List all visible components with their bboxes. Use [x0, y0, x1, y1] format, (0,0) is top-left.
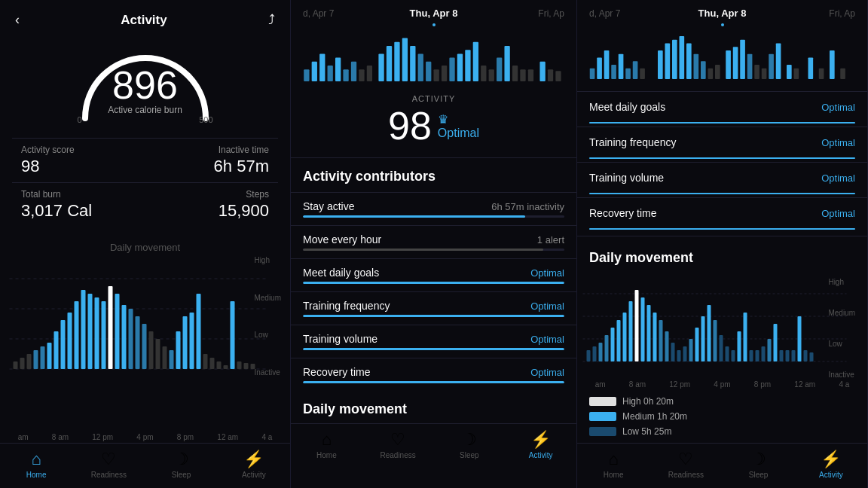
- metric-row-1: Training frequency Optimal: [577, 127, 867, 157]
- svg-rect-80: [658, 50, 663, 79]
- nav-readiness-p3[interactable]: ♡ Readiness: [663, 450, 708, 479]
- svg-rect-111: [611, 328, 615, 361]
- date-nav-p2: d, Apr 7 Thu, Apr 8 Fri, Ap: [291, 0, 576, 23]
- nav-sleep-p2[interactable]: ☽ Sleep: [447, 430, 492, 459]
- svg-rect-48: [367, 66, 372, 81]
- svg-rect-127: [708, 305, 711, 361]
- nav-home-p2[interactable]: ⌂ Home: [304, 430, 349, 459]
- legend-medium: Medium 1h 20m: [589, 411, 855, 422]
- svg-rect-71: [555, 71, 561, 81]
- stat-steps-value: 15,900: [154, 201, 270, 221]
- nav-home-p1[interactable]: ⌂ Home: [14, 450, 59, 479]
- svg-rect-16: [95, 297, 99, 369]
- label-medium: Medium: [254, 294, 281, 302]
- svg-rect-78: [633, 61, 638, 79]
- nav-sleep-p1[interactable]: ☽ Sleep: [159, 450, 204, 479]
- bar-bg-0: [303, 215, 564, 218]
- svg-rect-81: [665, 43, 671, 79]
- svg-rect-70: [548, 69, 553, 81]
- back-button[interactable]: ‹: [12, 9, 23, 31]
- svg-rect-120: [665, 331, 669, 361]
- stat-burn-label: Total burn: [21, 189, 136, 200]
- svg-rect-30: [190, 313, 194, 369]
- movement-bars-svg: [6, 256, 284, 384]
- nav-activity-p3[interactable]: ⚡ Activity: [808, 450, 854, 479]
- calorie-gauge: 896 Active calorie burn 0 500: [70, 43, 221, 126]
- activity-score-section: ACTIVITY 98 ♛ Optimal: [291, 88, 576, 158]
- date-next-p2: Fri, Ap: [477, 8, 564, 19]
- svg-rect-102: [840, 69, 845, 79]
- date-prev-p2: d, Apr 7: [303, 8, 390, 19]
- svg-rect-36: [231, 301, 235, 369]
- contributor-name-0: Stay active: [303, 200, 354, 212]
- svg-rect-119: [659, 320, 663, 361]
- panel1-header: ‹ Activity ⤴: [0, 0, 290, 37]
- contributor-val-3: Optimal: [530, 300, 564, 312]
- svg-rect-49: [378, 53, 384, 81]
- chart-labels: High Medium Low Inactive: [254, 256, 281, 377]
- metric-status-1: Optimal: [821, 137, 855, 148]
- activity-icon-p2: ⚡: [530, 430, 551, 450]
- svg-rect-144: [810, 352, 814, 361]
- nav-activity-label-p3: Activity: [819, 471, 843, 479]
- svg-rect-9: [47, 343, 52, 369]
- nav-sleep-label-p1: Sleep: [172, 471, 191, 479]
- daily-movement-chart: High Medium Low Inactive: [0, 256, 290, 432]
- svg-rect-56: [434, 69, 439, 81]
- sleep-icon-p3: ☽: [751, 450, 766, 469]
- svg-rect-53: [410, 46, 415, 81]
- stat-burn-value: 3,017 Cal: [21, 201, 136, 221]
- metric-bar-3: [589, 228, 855, 230]
- bar-bg-2: [303, 282, 564, 284]
- svg-rect-132: [738, 331, 741, 361]
- nav-activity-p2[interactable]: ⚡ Activity: [518, 430, 564, 459]
- label-inactive: Inactive: [254, 368, 281, 377]
- legend-swatch-high: [589, 397, 616, 406]
- gauge-max: 500: [199, 115, 212, 124]
- svg-rect-54: [418, 53, 423, 81]
- share-button[interactable]: ⤴: [265, 9, 278, 31]
- nav-sleep-p3[interactable]: ☽ Sleep: [736, 450, 781, 479]
- svg-rect-63: [489, 69, 494, 81]
- svg-rect-43: [328, 66, 333, 81]
- stat-inactive-time: Inactive time 6h 57m: [145, 138, 279, 182]
- stat-steps-label: Steps: [154, 189, 270, 200]
- svg-rect-133: [744, 313, 747, 361]
- svg-rect-37: [237, 361, 242, 369]
- bar-fill-4: [303, 348, 564, 350]
- svg-rect-25: [156, 339, 160, 369]
- stat-inactive-label: Inactive time: [154, 145, 270, 155]
- p3-label-low: Low: [828, 340, 855, 348]
- svg-rect-27: [170, 350, 174, 369]
- svg-rect-38: [244, 363, 249, 369]
- svg-rect-33: [210, 358, 215, 369]
- svg-rect-98: [794, 69, 799, 79]
- contributor-daily-goals: Meet daily goals Optimal: [291, 258, 576, 291]
- activity-icon-p1: ⚡: [243, 450, 264, 469]
- bar-bg-4: [303, 348, 564, 350]
- svg-rect-50: [387, 46, 392, 81]
- svg-rect-46: [351, 62, 356, 81]
- nav-home-p3[interactable]: ⌂ Home: [591, 450, 636, 479]
- svg-rect-134: [750, 350, 753, 361]
- date-nav-p3: d, Apr 7 Thu, Apr 8 Fri, Ap: [577, 0, 867, 23]
- nav-readiness-p1[interactable]: ♡ Readiness: [86, 450, 131, 479]
- svg-rect-131: [732, 350, 735, 361]
- nav-activity-p1[interactable]: ⚡ Activity: [231, 450, 277, 479]
- svg-rect-107: [587, 350, 591, 361]
- svg-rect-137: [768, 339, 772, 361]
- nav-readiness-p2[interactable]: ♡ Readiness: [375, 430, 420, 459]
- svg-rect-138: [774, 324, 778, 361]
- svg-rect-45: [343, 69, 348, 81]
- svg-rect-75: [611, 65, 616, 79]
- contributor-stay-active: Stay active 6h 57m inactivity: [291, 192, 576, 225]
- date-prev-p3: d, Apr 7: [589, 8, 678, 19]
- score-row: 98 ♛ Optimal: [303, 106, 564, 145]
- stat-steps: Steps 15,900: [145, 182, 279, 227]
- date-current-p3: Thu, Apr 8: [678, 8, 767, 19]
- chart-title-p3: Daily movement: [577, 239, 867, 272]
- svg-rect-115: [635, 290, 639, 361]
- metric-name-2: Training volume: [589, 172, 664, 184]
- svg-rect-88: [715, 65, 720, 79]
- panel-activity-contributors: d, Apr 7 Thu, Apr 8 Fri, Ap: [291, 0, 577, 488]
